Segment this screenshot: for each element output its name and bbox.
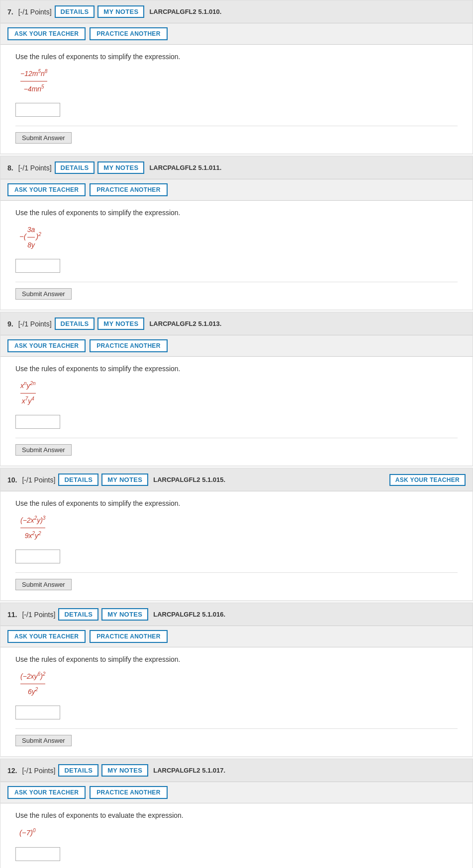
q9-details-button[interactable]: DETAILS: [55, 317, 95, 330]
q10-points: [-/1 Points]: [22, 476, 55, 484]
q8-code: LARCPALGFL2 5.1.011.: [149, 164, 221, 171]
question-12: 12. [-/1 Points] DETAILS MY NOTES LARCPA…: [0, 759, 473, 868]
q9-subheader: ASK YOUR TEACHER PRACTICE ANOTHER: [0, 335, 473, 357]
q8-mynotes-button[interactable]: MY NOTES: [97, 161, 144, 174]
q11-subheader: ASK YOUR TEACHER PRACTICE ANOTHER: [0, 626, 473, 647]
q7-ask-teacher-button[interactable]: ASK YOUR TEACHER: [7, 27, 86, 40]
q9-code: LARCPALGFL2 5.1.013.: [149, 320, 221, 327]
q12-answer-input[interactable]: [15, 847, 60, 861]
q12-code: LARCPALGFL2 5.1.017.: [153, 767, 225, 774]
question-9: 9. [-/1 Points] DETAILS MY NOTES LARCPAL…: [0, 312, 473, 466]
q11-math: (−2xy6)2 6y2: [17, 669, 458, 699]
q11-code: LARCPALGFL2 5.1.016.: [153, 611, 225, 618]
q9-mynotes-button[interactable]: MY NOTES: [97, 317, 144, 330]
question-8: 8. [-/1 Points] DETAILS MY NOTES LARCPAL…: [0, 156, 473, 310]
q12-ask-teacher-button[interactable]: ASK YOUR TEACHER: [7, 786, 86, 799]
q9-answer-input[interactable]: [15, 415, 60, 429]
question-11-header: 11. [-/1 Points] DETAILS MY NOTES LARCPA…: [0, 603, 473, 626]
question-7: 7. [-/1 Points] DETAILS MY NOTES LARCPAL…: [0, 0, 473, 154]
q10-ask-teacher-inline-button[interactable]: ASK YOUR TEACHER: [389, 474, 466, 486]
question-7-header: 7. [-/1 Points] DETAILS MY NOTES LARCPAL…: [0, 0, 473, 23]
question-8-header: 8. [-/1 Points] DETAILS MY NOTES LARCPAL…: [0, 157, 473, 179]
q7-subheader: ASK YOUR TEACHER PRACTICE ANOTHER: [0, 23, 473, 45]
q12-instruction: Use the rules of exponents to evaluate t…: [15, 811, 458, 819]
q7-practice-button[interactable]: PRACTICE ANOTHER: [90, 27, 167, 40]
q7-math: −12m5n8 −4mn5: [17, 67, 458, 96]
q10-instruction: Use the rules of exponents to simplify t…: [15, 499, 458, 507]
question-10: 10. [-/1 Points] DETAILS MY NOTES LARCPA…: [0, 468, 473, 601]
q8-practice-button[interactable]: PRACTICE ANOTHER: [90, 183, 167, 196]
q11-practice-button[interactable]: PRACTICE ANOTHER: [90, 630, 167, 643]
q12-mynotes-button[interactable]: MY NOTES: [101, 764, 148, 777]
q10-submit-button[interactable]: Submit Answer: [15, 579, 72, 590]
q10-answer-input[interactable]: [15, 550, 60, 563]
q11-submit-button[interactable]: Submit Answer: [15, 735, 72, 746]
q10-math: (−2x2y)3 9x2y2: [17, 513, 458, 543]
q10-mynotes-button[interactable]: MY NOTES: [101, 473, 148, 486]
q10-number: 10.: [7, 476, 17, 484]
q10-code: LARCPALGFL2 5.1.015.: [153, 476, 225, 483]
q10-details-button[interactable]: DETAILS: [58, 473, 98, 486]
q11-mynotes-button[interactable]: MY NOTES: [101, 608, 148, 621]
q12-body: Use the rules of exponents to evaluate t…: [0, 803, 473, 868]
q8-instruction: Use the rules of exponents to simplify t…: [15, 209, 458, 217]
q8-math: −(3a8y)2: [17, 223, 458, 252]
q7-points: [-/1 Points]: [18, 8, 52, 16]
q12-details-button[interactable]: DETAILS: [58, 764, 98, 777]
q12-number: 12.: [7, 767, 17, 775]
q11-instruction: Use the rules of exponents to simplify t…: [15, 655, 458, 663]
q7-submit-button[interactable]: Submit Answer: [15, 132, 72, 144]
q12-subheader: ASK YOUR TEACHER PRACTICE ANOTHER: [0, 782, 473, 803]
q11-ask-teacher-button[interactable]: ASK YOUR TEACHER: [7, 630, 86, 643]
q9-number: 9.: [7, 320, 13, 328]
q7-answer-input[interactable]: [15, 103, 60, 117]
question-12-header: 12. [-/1 Points] DETAILS MY NOTES LARCPA…: [0, 759, 473, 782]
q12-points: [-/1 Points]: [22, 767, 55, 775]
q9-math: xny2n x7y4: [17, 379, 458, 408]
q8-answer-input[interactable]: [15, 259, 60, 273]
question-11: 11. [-/1 Points] DETAILS MY NOTES LARCPA…: [0, 603, 473, 757]
q7-number: 7.: [7, 8, 13, 16]
q11-body: Use the rules of exponents to simplify t…: [0, 647, 473, 756]
q9-submit-button[interactable]: Submit Answer: [15, 444, 72, 456]
q8-subheader: ASK YOUR TEACHER PRACTICE ANOTHER: [0, 179, 473, 201]
q8-number: 8.: [7, 164, 13, 172]
q7-code: LARCPALGFL2 5.1.010.: [149, 8, 221, 15]
q8-submit-button[interactable]: Submit Answer: [15, 288, 72, 300]
q11-details-button[interactable]: DETAILS: [58, 608, 98, 621]
q9-instruction: Use the rules of exponents to simplify t…: [15, 365, 458, 373]
q8-points: [-/1 Points]: [18, 164, 52, 172]
q9-points: [-/1 Points]: [18, 320, 52, 328]
q9-ask-teacher-button[interactable]: ASK YOUR TEACHER: [7, 339, 86, 352]
q7-mynotes-button[interactable]: MY NOTES: [97, 5, 144, 18]
q11-number: 11.: [7, 611, 17, 619]
q9-practice-button[interactable]: PRACTICE ANOTHER: [90, 339, 167, 352]
q8-body: Use the rules of exponents to simplify t…: [0, 201, 473, 310]
question-9-header: 9. [-/1 Points] DETAILS MY NOTES LARCPAL…: [0, 313, 473, 335]
q11-points: [-/1 Points]: [22, 611, 55, 619]
q8-ask-teacher-button[interactable]: ASK YOUR TEACHER: [7, 183, 86, 196]
q7-instruction: Use the rules of exponents to simplify t…: [15, 53, 458, 61]
q11-answer-input[interactable]: [15, 706, 60, 719]
q8-details-button[interactable]: DETAILS: [55, 161, 95, 174]
q12-practice-button[interactable]: PRACTICE ANOTHER: [90, 786, 167, 799]
question-10-header: 10. [-/1 Points] DETAILS MY NOTES LARCPA…: [0, 469, 473, 491]
q7-details-button[interactable]: DETAILS: [55, 5, 95, 18]
q9-body: Use the rules of exponents to simplify t…: [0, 357, 473, 466]
q7-body: Use the rules of exponents to simplify t…: [0, 45, 473, 154]
q12-math: (−7)0: [17, 825, 458, 840]
q10-body: Use the rules of exponents to simplify t…: [0, 491, 473, 600]
